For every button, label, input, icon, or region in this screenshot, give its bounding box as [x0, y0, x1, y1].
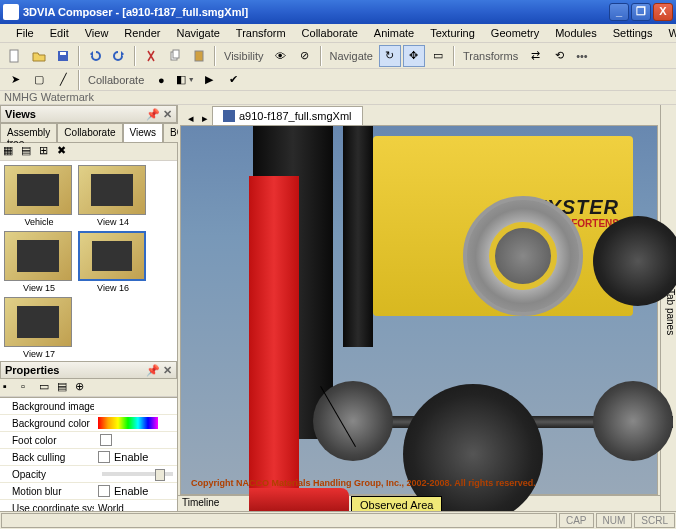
views-tb2[interactable]: ▤	[20, 143, 36, 159]
menu-settings[interactable]: Settings	[605, 25, 661, 41]
fork	[249, 176, 299, 511]
props-tb5[interactable]: ⊕	[74, 379, 90, 395]
menu-animate[interactable]: Animate	[366, 25, 422, 41]
watermark-bar: NMHG Watermark	[0, 91, 676, 105]
props-tb4[interactable]: ▤	[56, 379, 72, 395]
props-pin-icon[interactable]: 📌 ✕	[146, 364, 172, 377]
views-tb3[interactable]: ⊞	[38, 143, 54, 159]
forklift-model: HYSTER FORTENS	[193, 126, 613, 494]
maximize-button[interactable]: ❐	[631, 3, 651, 21]
select-icon[interactable]: ▭	[427, 45, 449, 67]
right-tab-panes[interactable]: Tab panes	[660, 105, 676, 511]
menu-navigate[interactable]: Navigate	[168, 25, 227, 41]
props-tb1[interactable]: ▪	[2, 379, 18, 395]
copyright-text: Copyright NACCO Materials Handling Group…	[191, 478, 536, 488]
visibility-label: Visibility	[220, 50, 268, 62]
arrow-icon[interactable]: ➤	[4, 69, 26, 91]
save-button[interactable]	[52, 45, 74, 67]
prop-bg-image: Background image path	[0, 401, 94, 412]
show-icon[interactable]: 👁	[270, 45, 292, 67]
new-button[interactable]	[4, 45, 26, 67]
menu-transform[interactable]: Transform	[228, 25, 294, 41]
extra-label: •••	[572, 50, 592, 62]
prop-opacity: Opacity	[0, 469, 94, 480]
views-title: Views	[5, 108, 36, 120]
views-thumbnails: Vehicle View 14 View 15 View 16 View 17	[0, 161, 177, 361]
pin-icon[interactable]: 📌 ✕	[146, 108, 172, 121]
svg-rect-2	[60, 52, 66, 55]
props-tb3[interactable]: ▭	[38, 379, 54, 395]
props-tb2[interactable]: ▫	[20, 379, 36, 395]
views-tb1[interactable]: ▦	[2, 143, 18, 159]
menu-texturing[interactable]: Texturing	[422, 25, 483, 41]
prop-foot-color: Foot color	[0, 435, 94, 446]
open-button[interactable]	[28, 45, 50, 67]
cut-button[interactable]	[140, 45, 162, 67]
thumb-view17[interactable]: View 17	[4, 297, 74, 359]
foot-color-swatch[interactable]	[100, 434, 112, 446]
minimize-button[interactable]: _	[609, 3, 629, 21]
menu-window[interactable]: Window	[660, 25, 676, 41]
svg-rect-0	[10, 50, 18, 62]
thumb-vehicle[interactable]: Vehicle	[4, 165, 74, 227]
menu-edit[interactable]: Edit	[42, 25, 77, 41]
hide-icon[interactable]: ⊘	[294, 45, 316, 67]
thumb-view14[interactable]: View 14	[78, 165, 148, 227]
doc-tab-label: a910-f187_full.smgXml	[239, 110, 352, 122]
document-tab[interactable]: a910-f187_full.smgXml	[212, 106, 363, 125]
color-gradient[interactable]	[98, 417, 158, 429]
sphere-icon[interactable]: ●	[150, 69, 172, 91]
status-bar: CAP NUM SCRL	[0, 511, 676, 529]
props-toolbar: ▪ ▫ ▭ ▤ ⊕	[0, 379, 177, 397]
front-wheel	[403, 384, 543, 511]
menu-render[interactable]: Render	[116, 25, 168, 41]
back-culling-check[interactable]	[98, 451, 110, 463]
mast-inner	[343, 126, 373, 347]
observed-area-callout[interactable]: Observed Area	[351, 496, 442, 511]
cube-icon[interactable]: ◧▼	[174, 69, 196, 91]
coord-sys-val[interactable]: World	[94, 503, 177, 512]
thumb-view16[interactable]: View 16	[78, 231, 148, 293]
views-tb4[interactable]: ✖	[56, 143, 72, 159]
menu-file[interactable]: File	[8, 25, 42, 41]
menu-modules[interactable]: Modules	[547, 25, 605, 41]
prop-bg-color: Background color	[0, 418, 94, 429]
tab-prev-icon[interactable]: ◂	[184, 112, 198, 125]
menu-bar: File Edit View Render Navigate Transform…	[0, 24, 676, 43]
tab-views[interactable]: Views	[123, 123, 164, 142]
thumb-view15[interactable]: View 15	[4, 231, 74, 293]
line-icon[interactable]: ╱	[52, 69, 74, 91]
close-button[interactable]: X	[653, 3, 673, 21]
box-icon[interactable]: ▢	[28, 69, 50, 91]
move-icon[interactable]: ⇄	[524, 45, 546, 67]
pan-icon[interactable]: ✥	[403, 45, 425, 67]
props-panel-header: Properties 📌 ✕	[0, 361, 177, 379]
rotate-icon[interactable]: ⟲	[548, 45, 570, 67]
prop-motion-blur: Motion blur	[0, 486, 94, 497]
prop-coord-sys: Use coordinate system	[0, 503, 94, 512]
copy-button[interactable]	[164, 45, 186, 67]
collaborate-label: Collaborate	[84, 74, 148, 86]
menu-geometry[interactable]: Geometry	[483, 25, 547, 41]
undo-button[interactable]	[84, 45, 106, 67]
check-icon[interactable]: ✔	[222, 69, 244, 91]
rear-wheel	[593, 216, 676, 306]
tab-collaborate[interactable]: Collaborate	[57, 123, 122, 142]
paste-button[interactable]	[188, 45, 210, 67]
document-tab-bar: ◂ ▸ a910-f187_full.smgXml	[178, 105, 660, 125]
opacity-slider[interactable]	[102, 472, 173, 476]
motion-blur-check[interactable]	[98, 485, 110, 497]
app-icon	[3, 4, 19, 20]
menu-collaborate[interactable]: Collaborate	[294, 25, 366, 41]
orbit-icon[interactable]: ↻	[379, 45, 401, 67]
main-toolbar: Visibility 👁 ⊘ Navigate ↻ ✥ ▭ Transforms…	[0, 43, 676, 69]
3d-viewport[interactable]: HYSTER FORTENS Observed Area Copyright N…	[180, 125, 658, 495]
play-icon[interactable]: ▶	[198, 69, 220, 91]
menu-view[interactable]: View	[77, 25, 117, 41]
navigate-label: Navigate	[326, 50, 377, 62]
views-toolbar: ▦ ▤ ⊞ ✖	[0, 143, 177, 161]
redo-button[interactable]	[108, 45, 130, 67]
tab-next-icon[interactable]: ▸	[198, 112, 212, 125]
tab-assembly-tree[interactable]: Assembly tree	[0, 123, 57, 142]
status-main	[1, 513, 557, 528]
